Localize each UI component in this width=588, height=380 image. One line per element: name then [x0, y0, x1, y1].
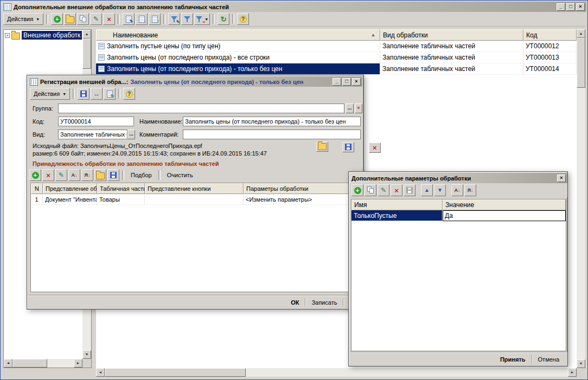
column-header-object[interactable]: Представление объ...	[43, 183, 97, 194]
save-file-as-button[interactable]	[342, 142, 354, 152]
scroll-thumb[interactable]	[577, 38, 585, 88]
scroll-up-icon[interactable]: ▲	[577, 29, 585, 38]
row-code-cell[interactable]: УТ0000012	[523, 41, 577, 52]
row-name-cell[interactable]: Заполнить цены (от последнего прихода) -…	[96, 63, 380, 75]
move-down-button[interactable]: ▼	[434, 184, 446, 196]
row-kind-cell[interactable]: Заполнение табличных частей	[380, 41, 523, 52]
cell-object[interactable]: Документ "Инвента...	[43, 194, 97, 205]
delete-button[interactable]: ×	[103, 13, 115, 25]
update-from-file-button[interactable]: ↻	[104, 88, 116, 100]
sort-descending-button[interactable]: Я↓	[81, 169, 93, 181]
cell-button-caption[interactable]	[145, 194, 244, 205]
pick-button[interactable]: Подбор	[127, 170, 156, 181]
close-button[interactable]: ×	[576, 3, 585, 11]
row-name-cell[interactable]: Заполнить цены (от последнего прихода) -…	[96, 52, 380, 63]
actions-menu-button[interactable]: Действия ▼	[3, 13, 43, 25]
code-field[interactable]: УТ0000014	[58, 117, 134, 126]
help-button[interactable]: ?	[237, 13, 249, 25]
filter-settings-button[interactable]: ✎	[168, 13, 180, 25]
expander-icon[interactable]: +	[5, 33, 10, 38]
name-field[interactable]: Заполнить цены (от последнего прихода) -…	[183, 117, 361, 126]
save-settings-button[interactable]: ↓	[136, 13, 148, 25]
param-value-cell[interactable]: Да	[443, 210, 566, 221]
close-button[interactable]: ×	[352, 78, 361, 86]
copy-button[interactable]	[77, 13, 89, 25]
save-rows-button[interactable]	[107, 169, 119, 181]
main-titlebar[interactable]: Дополнительные внешние обработки по запо…	[2, 2, 586, 12]
group-clear-button[interactable]: ×	[355, 104, 362, 113]
dialog-titlebar[interactable]: Регистрация внешней обра...: Заполнить ц…	[28, 76, 362, 87]
comment-field[interactable]	[183, 130, 361, 139]
list-vscrollbar[interactable]: ▲ ▼	[577, 29, 585, 368]
column-header-name[interactable]: Имя	[351, 199, 443, 210]
param-name-cell[interactable]: ТолькоПустые	[351, 210, 443, 221]
clear-file-button[interactable]: ×	[369, 143, 381, 153]
group-select-button[interactable]: ...	[346, 104, 354, 113]
edit-button[interactable]: ✎	[90, 13, 102, 25]
column-header-code[interactable]: Код	[523, 29, 577, 41]
delete-row-button[interactable]: ×	[42, 169, 54, 181]
column-header-kind[interactable]: Вид обработки	[380, 29, 523, 41]
clear-filter-button[interactable]: × ▼	[194, 13, 210, 25]
move-up-button[interactable]: ▲	[421, 184, 433, 196]
accept-button[interactable]: Принять	[495, 355, 531, 364]
scroll-up-icon[interactable]: ▲	[82, 30, 91, 38]
row-kind-cell[interactable]: Заполнение табличных частей	[380, 52, 523, 63]
scroll-thumb[interactable]	[12, 359, 47, 368]
column-header-button-caption[interactable]: Представление кнопки	[145, 183, 244, 194]
minimize-button[interactable]: _	[333, 78, 341, 86]
delete-param-button[interactable]: ×	[391, 184, 402, 196]
column-header-value[interactable]: Значение	[443, 199, 566, 210]
scroll-down-icon[interactable]: ▼	[82, 350, 91, 359]
group-field[interactable]	[58, 104, 344, 113]
table-row-selected[interactable]: ТолькоПустые Да	[351, 210, 566, 221]
output-list-button[interactable]: ✎	[123, 13, 135, 25]
row-name-cell[interactable]: Заполнить пустые цены (по типу цен)	[96, 41, 380, 52]
row-kind-cell[interactable]: Заполнение табличных частей	[380, 63, 523, 75]
sort-ascending-button[interactable]: А↓	[68, 169, 80, 181]
minimize-button[interactable]: _	[557, 3, 565, 11]
list-row-selected[interactable]: Заполнить цены (от последнего прихода) -…	[96, 63, 577, 75]
kind-field[interactable]: Заполнение табличных ч	[58, 130, 127, 139]
column-header-tabular-section[interactable]: Табличная часть	[97, 183, 145, 194]
cell-n[interactable]: 1	[31, 194, 43, 205]
scroll-left-icon[interactable]: ◄	[4, 359, 12, 368]
scroll-right-icon[interactable]: ►	[568, 368, 577, 377]
add-row-button[interactable]: +	[29, 169, 41, 181]
add-param-button[interactable]: +	[351, 184, 363, 196]
open-file-button[interactable]	[316, 141, 328, 152]
row-code-cell[interactable]: УТ0000013	[523, 52, 577, 63]
add-button[interactable]: +	[51, 13, 63, 25]
tree-root-item[interactable]: + Внешние обработк	[5, 31, 82, 40]
actions-menu-button[interactable]: Действия ▼	[30, 88, 70, 100]
cell-tabular-section[interactable]: Товары	[97, 194, 145, 205]
dialog-titlebar[interactable]: Дополнительные параметры обработки ×	[350, 173, 567, 183]
list-row[interactable]: Заполнить пустые цены (по типу цен) Запо…	[96, 41, 577, 52]
copy-param-button[interactable]	[365, 184, 376, 196]
sort-ascending-button[interactable]: А↓	[451, 184, 463, 196]
list-row[interactable]: Заполнить цены (от последнего прихода) -…	[96, 52, 577, 63]
maximize-button[interactable]: □	[566, 3, 575, 11]
kind-select-button[interactable]: ...	[127, 130, 135, 139]
help-button[interactable]: ?	[123, 88, 135, 100]
restore-settings-button[interactable]: ↑	[149, 13, 161, 25]
edit-row-button[interactable]: ✎	[55, 169, 67, 181]
cancel-button[interactable]: Отмена	[533, 355, 564, 364]
ok-button[interactable]: ОК	[286, 298, 304, 307]
scroll-right-icon[interactable]: ►	[74, 359, 82, 368]
maximize-button[interactable]: □	[342, 78, 351, 86]
scroll-thumb[interactable]	[105, 368, 246, 377]
column-header-n[interactable]: N	[31, 183, 43, 194]
replace-file-button[interactable]: ↔	[91, 88, 103, 100]
column-header-name[interactable]: Наименование ▲	[96, 29, 380, 41]
table-row[interactable]: 1 Документ "Инвента... Товары <Изменить …	[31, 194, 361, 205]
sort-descending-button[interactable]: Я↓	[464, 184, 476, 196]
scroll-left-icon[interactable]: ◄	[96, 368, 105, 377]
write-button[interactable]: Записать	[306, 298, 342, 307]
save-file-button[interactable]	[78, 88, 90, 100]
edit-param-button[interactable]: ✎	[378, 184, 389, 196]
filter-by-value-button[interactable]	[181, 13, 193, 25]
close-button[interactable]: ×	[557, 175, 566, 182]
save-params-button[interactable]	[404, 184, 416, 196]
refresh-button[interactable]: ↻	[218, 13, 229, 25]
